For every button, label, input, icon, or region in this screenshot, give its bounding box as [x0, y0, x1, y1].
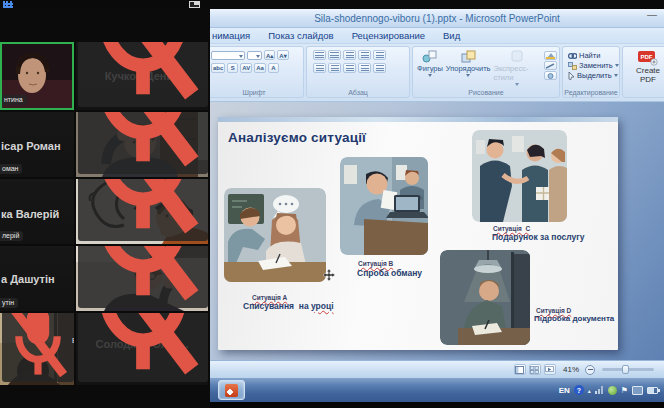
network-tray-icon[interactable]	[595, 386, 604, 394]
powerpoint-taskbar-button[interactable]	[218, 380, 245, 400]
participant-name-tag: Кучков Денис	[78, 42, 208, 107]
participant-tile-3[interactable]: Миронов Андрій	[76, 112, 208, 177]
layout-toggle-icon[interactable]	[189, 1, 200, 8]
slide-top-accent	[218, 117, 618, 122]
strikethrough-button[interactable]: abc	[211, 63, 225, 73]
zoom-level[interactable]: 41%	[563, 365, 579, 374]
display-tray-icon[interactable]	[632, 386, 643, 395]
participant-tile-5[interactable]: Ткаченко Олександр	[76, 179, 208, 244]
find-button[interactable]: Найти	[563, 47, 619, 60]
participant-tile-6[interactable]: а Дашутін утін	[0, 246, 74, 311]
situation-c-illustration	[472, 130, 567, 222]
title-bar[interactable]: Sila-shodennogo-viboru (1).pptx - Micros…	[210, 9, 664, 28]
paragraph-group-label: Абзац	[307, 89, 409, 96]
text-shadow-button[interactable]: S	[227, 63, 238, 73]
zoom-slider[interactable]	[602, 368, 654, 371]
align-left-button[interactable]	[313, 63, 326, 73]
language-indicator[interactable]: EN	[559, 386, 570, 395]
zoom-out-button[interactable]	[585, 365, 595, 375]
pdf-icon: PDF	[637, 50, 659, 66]
font-size-select[interactable]	[247, 51, 262, 60]
participant-name-tag: Солодкий Олександр	[78, 313, 208, 382]
font-color-button[interactable]: A	[268, 63, 279, 73]
ribbon: A▴ A▾ abc S AV Aa A Шрифт	[210, 44, 664, 102]
participant-tile-9[interactable]: Солодкий Олек... Солодкий Олександр	[76, 313, 208, 385]
participant-display-name: ка Валерій	[0, 208, 74, 220]
antivirus-tray-icon[interactable]	[608, 386, 617, 395]
slide-workspace[interactable]: Аналізуємо ситуації	[210, 102, 664, 360]
shrink-font-button[interactable]: A▾	[277, 50, 288, 60]
shapes-label: Фигуры	[417, 64, 443, 73]
slide-sorter-button[interactable]	[529, 364, 541, 375]
select-icon	[568, 72, 575, 80]
replace-label: Заменить	[579, 61, 613, 70]
top-bar	[0, 0, 664, 9]
zoom-slider-thumb[interactable]	[622, 365, 629, 374]
slideshow-button[interactable]	[544, 364, 556, 375]
help-tray-icon[interactable]: ?	[574, 385, 584, 395]
participant-tile-8[interactable]: Богдан	[0, 313, 74, 385]
grow-font-button[interactable]: A▴	[264, 50, 275, 60]
battery-tray-icon[interactable]	[647, 387, 658, 394]
window-title: Sila-shodennogo-viboru (1).pptx - Micros…	[314, 13, 560, 24]
bullets-button[interactable]	[313, 50, 326, 60]
increase-indent-button[interactable]	[358, 50, 371, 60]
grid-view-icon[interactable]	[3, 1, 13, 8]
tab-view[interactable]: Вид	[434, 29, 469, 43]
shape-outline-icon	[546, 63, 555, 69]
font-name-select[interactable]	[211, 51, 245, 60]
quick-styles-button[interactable]: Экспресс-стили	[494, 50, 542, 86]
font-group-label: Шрифт	[205, 89, 303, 96]
quick-styles-icon	[510, 50, 524, 63]
shape-effects-button[interactable]	[544, 71, 557, 80]
create-pdf-group: PDF Create PDF	[622, 46, 664, 98]
tab-animation[interactable]: нимация	[210, 29, 259, 43]
decrease-indent-button[interactable]	[343, 50, 356, 60]
shapes-button[interactable]: Фигуры	[417, 50, 443, 77]
replace-button[interactable]: Заменить	[563, 60, 619, 70]
tab-slideshow[interactable]: Показ слайдов	[259, 29, 342, 43]
shape-fill-button[interactable]	[544, 51, 557, 60]
arrange-icon	[461, 50, 476, 63]
minimize-button[interactable]: —	[647, 9, 657, 20]
participant-tile-4[interactable]: ка Валерій лерій	[0, 179, 74, 244]
situation-d-label: Ситуація D	[536, 307, 571, 314]
tab-review[interactable]: Рецензирование	[343, 29, 434, 43]
columns-button[interactable]	[373, 63, 386, 73]
participant-tile-1[interactable]: Кучков Денис Кучков Денис	[76, 42, 208, 110]
align-right-button[interactable]	[343, 63, 356, 73]
caption-text: Підробка документа	[534, 314, 614, 323]
change-case-button[interactable]: Aa	[254, 63, 266, 73]
participant-tile-7[interactable]: Сушко Артем	[76, 246, 208, 311]
justify-button[interactable]	[358, 63, 371, 73]
mic-muted-icon	[6, 313, 70, 381]
shape-fill-icon	[546, 53, 555, 59]
character-spacing-button[interactable]: AV	[240, 63, 252, 73]
situation-b-illustration	[340, 157, 428, 255]
normal-view-button[interactable]	[514, 364, 526, 375]
line-spacing-button[interactable]	[373, 50, 386, 60]
svg-text:PDF: PDF	[641, 54, 653, 60]
slideshow-icon	[545, 366, 554, 374]
select-label: Выделить	[577, 71, 612, 80]
editing-group: Найти Заменить Выделить	[562, 46, 620, 98]
action-center-flag-icon[interactable]: ⚑	[621, 386, 628, 395]
participant-display-name: ісар Роман	[0, 140, 74, 152]
ribbon-tabs: нимация Показ слайдов Рецензирование Вид	[210, 28, 664, 44]
numbering-button[interactable]	[328, 50, 341, 60]
arrange-button[interactable]: Упорядочить	[446, 50, 491, 77]
participant-name-tag: лерій	[0, 231, 23, 241]
slide-sorter-icon	[530, 366, 539, 374]
show-hidden-icons-caret[interactable]: ▴	[588, 387, 591, 394]
shape-outline-button[interactable]	[544, 61, 557, 70]
slide[interactable]: Аналізуємо ситуації	[218, 117, 618, 350]
select-button[interactable]: Выделить	[563, 70, 619, 80]
create-pdf-button[interactable]: PDF Create PDF	[623, 47, 664, 84]
shape-effects-icon	[546, 73, 555, 79]
editing-group-label: Редактирование	[563, 89, 619, 96]
participant-tile-2[interactable]: ісар Роман оман	[0, 112, 74, 177]
align-center-button[interactable]	[328, 63, 341, 73]
participant-tile-0[interactable]: нтина	[0, 42, 74, 110]
participant-name: оман	[2, 165, 18, 173]
situation-b-label: Ситуація B	[358, 260, 393, 267]
